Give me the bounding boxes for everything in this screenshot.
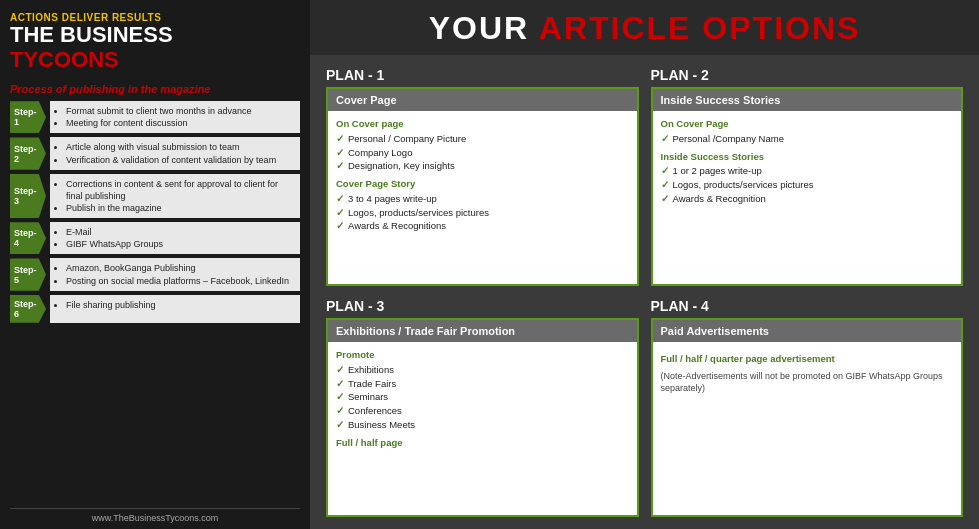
- step-label: Step-5: [10, 258, 46, 290]
- step-label: Step-1: [10, 101, 46, 133]
- list-item: Business Meets: [348, 418, 629, 432]
- list-item: Logos, products/services pictures: [673, 178, 954, 192]
- step-row: Step-2Article along with visual submissi…: [10, 137, 300, 169]
- plan-label: PLAN - 2: [651, 67, 964, 83]
- list-item: Exhibitions: [348, 363, 629, 377]
- list-item: GIBF WhatsApp Groups: [66, 238, 294, 250]
- plan-label: PLAN - 4: [651, 298, 964, 314]
- plan-card-body: On Cover PagePersonal /Company NameInsid…: [653, 111, 962, 284]
- left-panel: ACTIONS DELIVER RESULTS THE BUSINESS TYC…: [0, 0, 310, 529]
- list-item: Designation, Key insights: [348, 159, 629, 173]
- brand-name-line2: TYCOONS: [10, 47, 300, 73]
- step-content: Format submit to client two months in ad…: [50, 101, 300, 133]
- plan-section: PLAN - 1Cover PageOn Cover pagePersonal …: [326, 67, 639, 286]
- steps-container: Step-1Format submit to client two months…: [10, 101, 300, 502]
- step-label: Step-6: [10, 295, 46, 323]
- list-item: Seminars: [348, 390, 629, 404]
- section-title: Cover Page Story: [336, 177, 629, 191]
- step-row: Step-4E-MailGIBF WhatsApp Groups: [10, 222, 300, 254]
- list-item: Format submit to client two months in ad…: [66, 105, 294, 117]
- list-item: E-Mail: [66, 226, 294, 238]
- plan-card-header: Paid Advertisements: [653, 320, 962, 342]
- plan-section: PLAN - 3Exhibitions / Trade Fair Promoti…: [326, 298, 639, 517]
- list-item: Logos, products/services pictures: [348, 206, 629, 220]
- note-text: (Note-Advertisements will not be promote…: [661, 370, 954, 395]
- bold-line: Full / half / quarter page advertisement: [661, 352, 954, 366]
- step-label: Step-3: [10, 174, 46, 218]
- step-content: Corrections in content & sent for approv…: [50, 174, 300, 218]
- plan-card-body: PromoteExhibitionsTrade FairsSeminarsCon…: [328, 342, 637, 515]
- step-row: Step-5Amazon, BookGanga PublishingPostin…: [10, 258, 300, 290]
- section-title: On Cover Page: [661, 117, 954, 131]
- step-content: File sharing publishing: [50, 295, 300, 323]
- list-item: Publish in the magazine: [66, 202, 294, 214]
- plan-footer: Full / half page: [336, 436, 629, 450]
- plan-card-header: Exhibitions / Trade Fair Promotion: [328, 320, 637, 342]
- list-item: Personal /Company Name: [673, 132, 954, 146]
- plan-card: Inside Success StoriesOn Cover PagePerso…: [651, 87, 964, 286]
- list-item: Corrections in content & sent for approv…: [66, 178, 294, 202]
- plan-card-header: Cover Page: [328, 89, 637, 111]
- section-title: On Cover page: [336, 117, 629, 131]
- step-label: Step-4: [10, 222, 46, 254]
- list-item: Awards & Recognition: [673, 192, 954, 206]
- list-item: Company Logo: [348, 146, 629, 160]
- plan-section: PLAN - 4Paid AdvertisementsFull / half /…: [651, 298, 964, 517]
- step-content: Article along with visual submission to …: [50, 137, 300, 169]
- plan-card: Exhibitions / Trade Fair PromotionPromot…: [326, 318, 639, 517]
- list-item: Amazon, BookGanga Publishing: [66, 262, 294, 274]
- plan-label: PLAN - 1: [326, 67, 639, 83]
- plan-label: PLAN - 3: [326, 298, 639, 314]
- brand-name-line1: THE BUSINESS: [10, 23, 300, 47]
- section-title: Inside Success Stories: [661, 150, 954, 164]
- list-item: Trade Fairs: [348, 377, 629, 391]
- list-item: Meeting for content discussion: [66, 117, 294, 129]
- list-item: Personal / Company Picture: [348, 132, 629, 146]
- website-url: www.TheBusinessTycoons.com: [10, 508, 300, 523]
- right-panel: YOUR ARTICLE OPTIONS PLAN - 1Cover PageO…: [310, 0, 979, 529]
- list-item: Awards & Recognitions: [348, 219, 629, 233]
- list-item: 1 or 2 pages write-up: [673, 164, 954, 178]
- step-row: Step-3Corrections in content & sent for …: [10, 174, 300, 218]
- plan-card: Paid AdvertisementsFull / half / quarter…: [651, 318, 964, 517]
- step-row: Step-6File sharing publishing: [10, 295, 300, 323]
- section-title: Promote: [336, 348, 629, 362]
- plan-section: PLAN - 2Inside Success StoriesOn Cover P…: [651, 67, 964, 286]
- step-label: Step-2: [10, 137, 46, 169]
- page-title: YOUR ARTICLE OPTIONS: [330, 10, 959, 47]
- step-content: Amazon, BookGanga PublishingPosting on s…: [50, 258, 300, 290]
- list-item: Article along with visual submission to …: [66, 141, 294, 153]
- brand-section: ACTIONS DELIVER RESULTS THE BUSINESS TYC…: [10, 12, 300, 73]
- step-row: Step-1Format submit to client two months…: [10, 101, 300, 133]
- plan-card-body: On Cover pagePersonal / Company PictureC…: [328, 111, 637, 284]
- step-content: E-MailGIBF WhatsApp Groups: [50, 222, 300, 254]
- list-item: Conferences: [348, 404, 629, 418]
- list-item: Posting on social media platforms – Face…: [66, 275, 294, 287]
- list-item: Verification & validation of content val…: [66, 154, 294, 166]
- plan-card-header: Inside Success Stories: [653, 89, 962, 111]
- list-item: 3 to 4 pages write-up: [348, 192, 629, 206]
- title-plain: YOUR: [429, 10, 539, 46]
- plan-card-body: Full / half / quarter page advertisement…: [653, 342, 962, 515]
- plan-card: Cover PageOn Cover pagePersonal / Compan…: [326, 87, 639, 286]
- page-header: YOUR ARTICLE OPTIONS: [310, 0, 979, 55]
- title-accent: ARTICLE OPTIONS: [539, 10, 861, 46]
- process-title: Process of publishing in the magazine: [10, 83, 300, 95]
- list-item: File sharing publishing: [66, 299, 294, 311]
- plans-grid: PLAN - 1Cover PageOn Cover pagePersonal …: [310, 55, 979, 529]
